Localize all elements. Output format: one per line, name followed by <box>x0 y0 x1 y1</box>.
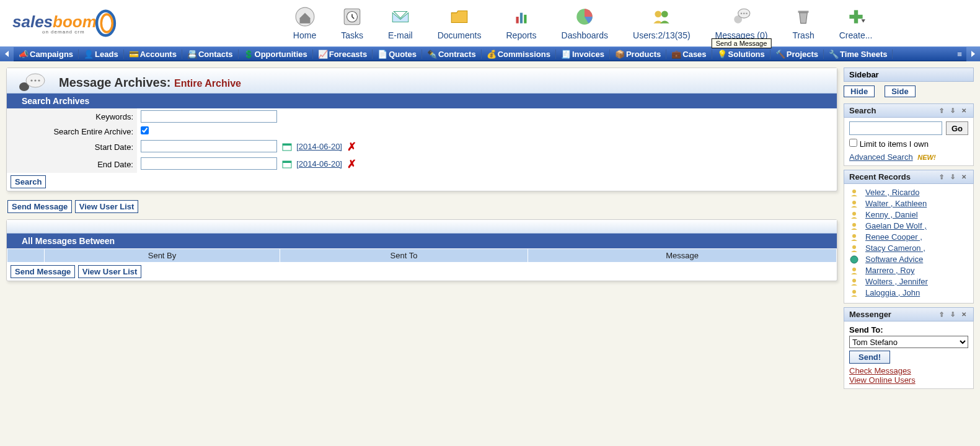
nav-projects[interactable]: 🔨Projects <box>770 50 824 59</box>
person-icon <box>849 266 859 275</box>
recent-record-item[interactable]: Marrero , Roy <box>849 266 968 275</box>
entire-archive-checkbox[interactable] <box>141 126 149 134</box>
end-date-label: End Date: <box>7 155 137 173</box>
limit-items-checkbox[interactable] <box>849 139 857 147</box>
start-date-link[interactable]: [2014-06-20] <box>296 142 342 151</box>
recent-record-item[interactable]: Stacy Cameron , <box>849 243 968 253</box>
keywords-input[interactable] <box>141 110 277 123</box>
nav-scroll-right[interactable] <box>966 46 980 61</box>
nav-accounts[interactable]: 💳Accounts <box>124 50 182 59</box>
nav-timesheets[interactable]: 🔧Time Sheets <box>824 50 893 59</box>
recent-record-link[interactable]: Wolters , Jennifer <box>865 277 928 286</box>
collapse-up-icon[interactable]: ⇧ <box>937 310 946 319</box>
recent-record-link[interactable]: Software Advice <box>865 255 923 264</box>
start-date-input[interactable] <box>141 140 277 152</box>
recent-record-item[interactable]: Renee Cooper , <box>849 232 968 242</box>
nav-quotes[interactable]: 📄Quotes <box>373 50 422 59</box>
view-user-list-button-2[interactable]: View User List <box>78 265 142 278</box>
top-nav-messages[interactable]: Messages (0) Send a Message <box>715 6 768 41</box>
nav-leads[interactable]: 👤Leads <box>79 50 124 59</box>
users-icon <box>651 6 672 27</box>
contract-icon: ✒️ <box>427 50 436 58</box>
recent-record-item[interactable]: Kenny , Daniel <box>849 210 968 219</box>
nav-commissions[interactable]: 💰Commissions <box>482 50 556 59</box>
mail-icon <box>390 6 411 27</box>
view-online-users-link[interactable]: View Online Users <box>849 375 916 385</box>
recent-record-item[interactable]: Walter , Kathleen <box>849 199 968 208</box>
nav-scroll-left[interactable] <box>0 46 14 61</box>
nav-forecasts[interactable]: 📈Forecasts <box>313 50 373 59</box>
go-button[interactable]: Go <box>946 121 968 135</box>
top-nav-home[interactable]: Home <box>293 6 316 41</box>
svg-point-37 <box>852 290 856 294</box>
recent-record-link[interactable]: Gaelan De Wolf , <box>865 221 927 230</box>
svg-rect-18 <box>849 14 862 18</box>
recent-record-item[interactable]: Gaelan De Wolf , <box>849 221 968 230</box>
end-date-input[interactable] <box>141 157 277 170</box>
advanced-search-link[interactable]: Advanced Search <box>849 152 913 162</box>
svg-point-29 <box>852 201 856 204</box>
top-nav-create[interactable]: Create... <box>839 6 873 41</box>
recent-record-item[interactable]: Software Advice <box>849 255 968 264</box>
top-nav-trash[interactable]: Trash <box>792 6 814 41</box>
recent-record-item[interactable]: Velez , Ricardo <box>849 188 968 197</box>
send-message-button-2[interactable]: Send Message <box>11 265 75 278</box>
nav-products[interactable]: 📦Products <box>610 50 666 59</box>
nav-invoices[interactable]: 🧾Invoices <box>556 50 610 59</box>
nav-contracts[interactable]: ✒️Contracts <box>422 50 482 59</box>
col-empty <box>7 249 45 263</box>
hide-button[interactable]: Hide <box>844 85 875 97</box>
view-user-list-button[interactable]: View User List <box>75 200 139 213</box>
side-button[interactable]: Side <box>885 85 915 97</box>
opportunity-icon: 💲 <box>244 50 252 58</box>
clear-end-date-icon[interactable]: ✗ <box>347 157 356 171</box>
search-button[interactable]: Search <box>11 175 46 188</box>
recent-record-link[interactable]: Velez , Ricardo <box>865 188 919 197</box>
close-icon[interactable]: ✕ <box>960 107 968 115</box>
send-to-label: Send To: <box>849 325 968 334</box>
sidebar-search-input[interactable] <box>849 121 942 135</box>
nav-more[interactable]: ≡ <box>953 50 966 59</box>
top-nav-tasks[interactable]: Tasks <box>341 6 363 41</box>
top-nav-users[interactable]: Users:2/13(35) <box>633 6 691 41</box>
nav-solutions[interactable]: 💡Solutions <box>712 50 770 59</box>
top-nav-documents[interactable]: Documents <box>438 6 482 41</box>
recent-record-link[interactable]: Walter , Kathleen <box>865 199 927 208</box>
recent-record-link[interactable]: Marrero , Roy <box>865 266 914 275</box>
close-icon[interactable]: ✕ <box>960 310 968 319</box>
end-date-link[interactable]: [2014-06-20] <box>296 159 342 168</box>
recent-record-link[interactable]: Renee Cooper , <box>865 232 922 242</box>
nav-contacts[interactable]: 📇Contacts <box>182 50 239 59</box>
svg-point-10 <box>661 11 668 17</box>
new-badge: NEW! <box>917 154 935 161</box>
top-nav-dashboards[interactable]: Dashboards <box>562 6 609 41</box>
calendar-icon[interactable] <box>282 142 292 151</box>
send-message-button[interactable]: Send Message <box>7 200 72 213</box>
svg-rect-27 <box>283 161 291 163</box>
collapse-up-icon[interactable]: ⇧ <box>937 107 946 115</box>
close-icon[interactable]: ✕ <box>960 173 968 181</box>
send-to-select[interactable]: Tom Stefano <box>849 336 968 348</box>
search-archives-header: Search Archives <box>7 94 837 108</box>
pin-icon[interactable]: ⇩ <box>948 107 957 115</box>
nav-cases[interactable]: 💼Cases <box>666 50 712 59</box>
recent-record-link[interactable]: Kenny , Daniel <box>865 210 918 219</box>
pin-icon[interactable]: ⇩ <box>948 310 957 319</box>
col-sent-by: Sent By <box>45 249 280 263</box>
nav-opportunities[interactable]: 💲Opportunities <box>239 50 313 59</box>
send-button[interactable]: Send! <box>849 351 890 364</box>
top-nav-email[interactable]: E-mail <box>388 6 413 41</box>
nav-campaigns[interactable]: 📣Campaigns <box>14 50 79 59</box>
collapse-up-icon[interactable]: ⇧ <box>937 173 946 181</box>
recent-record-link[interactable]: Laloggia , John <box>865 288 920 297</box>
recent-record-link[interactable]: Stacy Cameron , <box>865 243 925 253</box>
reports-icon <box>511 6 532 27</box>
recent-record-item[interactable]: Laloggia , John <box>849 288 968 297</box>
clear-start-date-icon[interactable]: ✗ <box>347 140 356 154</box>
pin-icon[interactable]: ⇩ <box>948 173 957 181</box>
check-messages-link[interactable]: Check Messages <box>849 366 911 375</box>
recent-record-item[interactable]: Wolters , Jennifer <box>849 277 968 286</box>
svg-point-9 <box>655 11 662 17</box>
top-nav-reports[interactable]: Reports <box>506 6 536 41</box>
calendar-icon[interactable] <box>282 160 292 168</box>
